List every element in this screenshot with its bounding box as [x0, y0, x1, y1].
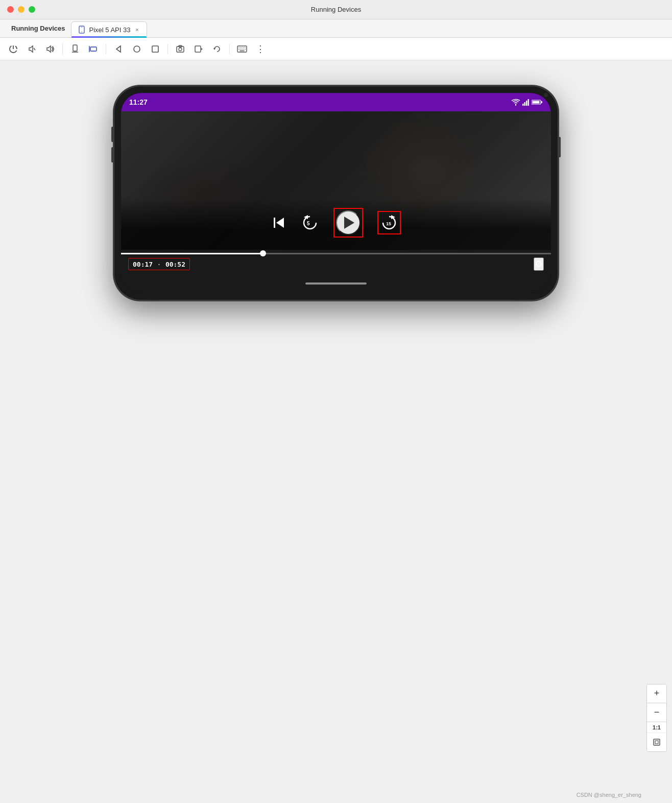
zoom-fit-button[interactable] — [647, 733, 666, 751]
svg-rect-41 — [274, 218, 275, 228]
close-button[interactable] — [7, 6, 14, 13]
svg-rect-46 — [654, 739, 660, 745]
svg-rect-34 — [524, 102, 526, 106]
title-bar: Running Devices — [0, 0, 672, 19]
tab-bar: Running Devices Pixel 5 API 33 × — [0, 19, 672, 38]
rotate-button[interactable] — [209, 41, 225, 57]
phone-icon — [78, 26, 86, 34]
skip-start-icon — [271, 215, 286, 230]
svg-marker-12 — [116, 46, 121, 52]
keyboard-icon — [237, 45, 247, 53]
main-area: 11:27 — [0, 60, 672, 803]
status-icons — [511, 99, 543, 106]
skip-forward-button[interactable]: 15 — [380, 214, 398, 232]
skip-forward-icon: 15 — [380, 214, 398, 232]
volume-up-button[interactable] — [42, 41, 58, 57]
skip-to-start-button[interactable] — [271, 215, 286, 230]
undo-icon — [212, 44, 222, 54]
volume-down-icon — [27, 44, 36, 54]
screenshot-icon — [176, 44, 185, 54]
more-button[interactable]: ⋮ — [252, 41, 269, 57]
status-bar: 11:27 — [121, 93, 551, 111]
rotate-landscape-button[interactable] — [85, 41, 102, 57]
window-controls — [7, 6, 35, 13]
svg-rect-35 — [526, 101, 527, 106]
zoom-controls: + − 1:1 — [646, 684, 667, 752]
tab-close-button[interactable]: × — [133, 26, 140, 33]
time-display-box: 00:17 · 00:52 — [128, 258, 190, 270]
minimize-button[interactable] — [18, 6, 25, 13]
svg-rect-10 — [90, 47, 97, 51]
device-tab[interactable]: Pixel 5 API 33 × — [71, 21, 147, 37]
watermark: CSDN @sheng_er_sheng — [577, 792, 641, 798]
toolbar-separator-2 — [106, 44, 106, 54]
home-button[interactable] — [129, 41, 145, 57]
svg-rect-36 — [528, 99, 530, 106]
svg-rect-38 — [533, 101, 540, 104]
svg-marker-40 — [276, 218, 284, 228]
home-indicator-area — [121, 274, 551, 293]
fit-to-window-icon — [653, 738, 661, 746]
toolbar-separator-1 — [62, 44, 63, 54]
current-time: 00:17 — [133, 261, 153, 268]
playback-buttons: 5 — [271, 208, 401, 238]
svg-rect-2 — [81, 27, 83, 28]
progress-fill — [121, 253, 263, 254]
device-tab-label: Pixel 5 API 33 — [89, 26, 130, 34]
video-player[interactable]: 5 — [121, 111, 551, 274]
svg-rect-33 — [522, 104, 524, 106]
play-button-highlight — [333, 208, 363, 238]
svg-marker-7 — [47, 46, 51, 52]
rotate-portrait-icon — [70, 44, 80, 54]
overview-button[interactable] — [147, 41, 163, 57]
video-info-bar: 00:17 · 00:52 ⚙ — [121, 254, 551, 274]
svg-text:5: 5 — [307, 221, 310, 226]
progress-bar[interactable] — [121, 253, 551, 254]
svg-marker-19 — [201, 48, 203, 50]
keyboard-button[interactable] — [234, 41, 250, 57]
sidebar-tab-running-devices[interactable]: Running Devices — [5, 19, 71, 37]
back-icon — [114, 45, 123, 53]
screen-record-button[interactable] — [190, 41, 207, 57]
replay-5-button[interactable]: 5 — [301, 214, 319, 232]
power-button[interactable] — [5, 41, 21, 57]
phone-container: 11:27 — [114, 86, 558, 300]
power-physical-btn — [559, 137, 561, 157]
zoom-out-button[interactable]: − — [647, 703, 666, 722]
progress-area[interactable] — [121, 250, 551, 254]
video-scene: 5 — [121, 111, 551, 250]
tab-underline — [71, 36, 147, 38]
window-title: Running Devices — [311, 6, 361, 13]
svg-rect-39 — [541, 101, 543, 103]
signal-icon — [522, 99, 530, 106]
screenshot-button[interactable] — [172, 41, 188, 57]
volume-up-physical-btn — [111, 127, 113, 142]
power-icon — [9, 44, 18, 54]
play-button[interactable] — [336, 210, 361, 235]
home-icon — [133, 45, 141, 53]
rotate-portrait-button[interactable] — [67, 41, 83, 57]
svg-marker-20 — [213, 48, 215, 50]
zoom-in-button[interactable]: + — [647, 684, 666, 703]
camera-dot — [544, 93, 548, 97]
volume-down-button[interactable] — [23, 41, 40, 57]
phone-body: 11:27 — [114, 86, 558, 300]
tab-label: Running Devices — [11, 25, 65, 32]
svg-point-16 — [179, 48, 182, 51]
svg-rect-15 — [177, 46, 184, 52]
more-icon: ⋮ — [256, 44, 265, 54]
settings-button[interactable]: ⚙ — [534, 257, 544, 271]
volume-up-icon — [45, 44, 55, 54]
overview-icon — [152, 45, 159, 53]
progress-thumb — [260, 250, 266, 256]
total-time: 00:52 — [165, 261, 185, 268]
screen-record-icon — [194, 44, 203, 54]
maximize-button[interactable] — [29, 6, 35, 13]
skip-next-highlight: 15 — [377, 211, 401, 234]
toolbar-separator-4 — [229, 44, 230, 54]
video-controls: 5 — [121, 198, 551, 250]
replay-5-icon: 5 — [301, 214, 319, 232]
back-button[interactable] — [110, 41, 127, 57]
wifi-icon — [511, 99, 520, 106]
svg-text:15: 15 — [386, 221, 391, 226]
